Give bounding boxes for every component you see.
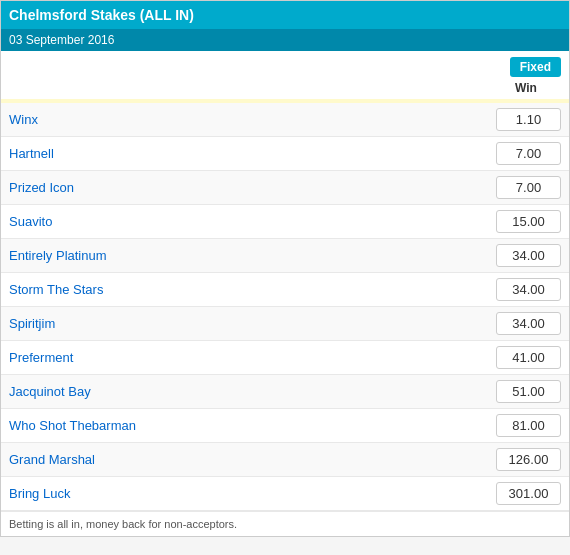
table-row: Preferment41.00 — [1, 341, 569, 375]
odds-box[interactable]: 51.00 — [496, 380, 561, 403]
main-container: Chelmsford Stakes (ALL IN) 03 September … — [0, 0, 570, 537]
odds-box[interactable]: 301.00 — [496, 482, 561, 505]
odds-box[interactable]: 34.00 — [496, 312, 561, 335]
odds-box[interactable]: 7.00 — [496, 176, 561, 199]
runner-name[interactable]: Preferment — [9, 350, 496, 365]
table-row: Spiritjim34.00 — [1, 307, 569, 341]
table-row: Grand Marshal126.00 — [1, 443, 569, 477]
odds-box[interactable]: 7.00 — [496, 142, 561, 165]
runner-name[interactable]: Entirely Platinum — [9, 248, 496, 263]
event-date: 03 September 2016 — [1, 29, 569, 51]
odds-box[interactable]: 15.00 — [496, 210, 561, 233]
odds-box[interactable]: 41.00 — [496, 346, 561, 369]
table-row: Hartnell7.00 — [1, 137, 569, 171]
table-row: Who Shot Thebarman81.00 — [1, 409, 569, 443]
runner-name[interactable]: Suavito — [9, 214, 496, 229]
win-column-header: Win — [491, 81, 561, 95]
table-row: Entirely Platinum34.00 — [1, 239, 569, 273]
runner-name[interactable]: Spiritjim — [9, 316, 496, 331]
event-title: Chelmsford Stakes (ALL IN) — [1, 1, 569, 29]
odds-box[interactable]: 81.00 — [496, 414, 561, 437]
fixed-button[interactable]: Fixed — [510, 57, 561, 77]
table-row: Winx1.10 — [1, 103, 569, 137]
odds-box[interactable]: 34.00 — [496, 278, 561, 301]
odds-box[interactable]: 1.10 — [496, 108, 561, 131]
runner-name[interactable]: Winx — [9, 112, 496, 127]
runner-name[interactable]: Bring Luck — [9, 486, 496, 501]
column-headers: Win — [1, 79, 569, 99]
runner-name[interactable]: Who Shot Thebarman — [9, 418, 496, 433]
odds-box[interactable]: 126.00 — [496, 448, 561, 471]
table-row: Prized Icon7.00 — [1, 171, 569, 205]
footer-note: Betting is all in, money back for non-ac… — [1, 511, 569, 536]
runner-name[interactable]: Prized Icon — [9, 180, 496, 195]
runner-name[interactable]: Jacquinot Bay — [9, 384, 496, 399]
runner-name[interactable]: Storm The Stars — [9, 282, 496, 297]
table-row: Jacquinot Bay51.00 — [1, 375, 569, 409]
table-row: Storm The Stars34.00 — [1, 273, 569, 307]
odds-box[interactable]: 34.00 — [496, 244, 561, 267]
runner-name[interactable]: Grand Marshal — [9, 452, 496, 467]
runner-name[interactable]: Hartnell — [9, 146, 496, 161]
runners-list: Winx1.10Hartnell7.00Prized Icon7.00Suavi… — [1, 103, 569, 511]
controls-row: Fixed — [1, 51, 569, 79]
table-row: Suavito15.00 — [1, 205, 569, 239]
table-row: Bring Luck301.00 — [1, 477, 569, 511]
